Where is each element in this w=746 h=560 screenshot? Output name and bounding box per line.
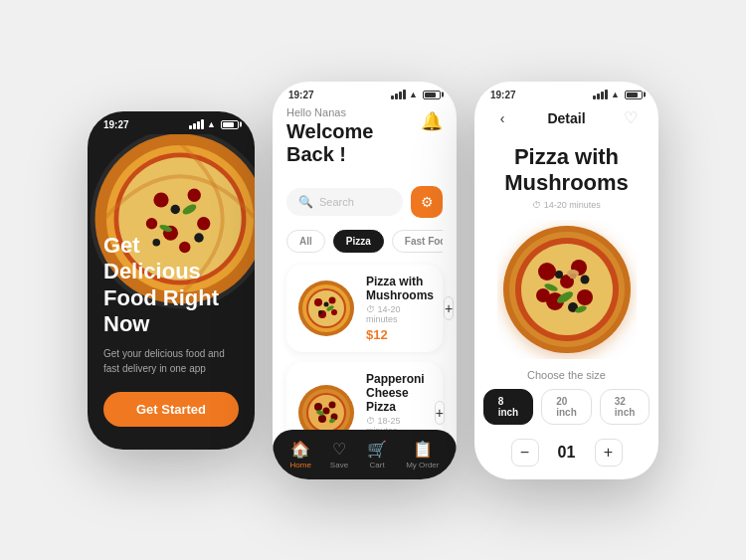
splash-title: Get Delicious Food Right Now	[103, 233, 239, 338]
welcome-text: Welcome Back !	[286, 120, 421, 166]
svg-point-25	[324, 301, 329, 306]
greeting-text: Hello Nanas	[286, 106, 421, 118]
search-bar: 🔍 Search ⚙	[286, 186, 443, 218]
pizza-detail-name: Pizza with Mushrooms	[488, 144, 645, 197]
svg-point-50	[555, 271, 563, 279]
favorite-button[interactable]: ♡	[617, 104, 645, 132]
nav-home-label: Home	[290, 461, 311, 469]
svg-point-6	[153, 192, 168, 207]
search-input[interactable]: 🔍 Search	[286, 188, 403, 216]
svg-point-26	[318, 310, 322, 314]
pizza-detail-time: ⏱ 14-20 minutes	[488, 200, 645, 210]
food-image-mushroom	[296, 279, 356, 338]
filter-icon: ⚙	[421, 194, 434, 210]
phone2-time: 19:27	[288, 90, 314, 100]
svg-point-32	[314, 403, 322, 411]
food-price-mushroom: $12	[366, 327, 434, 342]
size-20inch[interactable]: 20 inch	[541, 389, 592, 425]
category-all[interactable]: All	[286, 230, 325, 253]
phone3-time: 19:27	[490, 90, 516, 100]
phone-3-detail-screen: 19:27 ▲ ‹ Detail ♡ Piz	[474, 82, 658, 479]
svg-point-20	[308, 290, 344, 326]
nav-save-label: Save	[330, 461, 348, 469]
filter-button[interactable]: ⚙	[411, 186, 443, 218]
svg-point-24	[331, 309, 337, 315]
cart-icon: 🛒	[367, 440, 387, 459]
search-icon: 🔍	[298, 195, 313, 209]
home-icon: 🏠	[290, 440, 310, 459]
svg-point-42	[521, 244, 613, 335]
quantity-row: − 01 +	[488, 439, 645, 467]
nav-order-label: My Order	[406, 461, 439, 469]
pizza-detail-image	[497, 220, 637, 359]
size-8inch[interactable]: 8 inch	[483, 389, 534, 425]
food-time-mushroom: ⏱ 14-20 minutes	[366, 304, 434, 324]
svg-point-21	[314, 298, 322, 306]
phone-2-home-screen: 19:27 ▲ Hello Nanas Welcome Back !	[273, 82, 457, 479]
size-32inch[interactable]: 32 inch	[600, 389, 651, 425]
splash-subtitle: Get your delicious food and fast deliver…	[103, 346, 239, 376]
category-fastfood[interactable]: Fast Food	[392, 230, 443, 253]
search-placeholder-text: Search	[319, 196, 354, 208]
get-started-button[interactable]: Get Started	[103, 392, 239, 427]
notification-bell-icon[interactable]: 🔔	[421, 111, 443, 131]
svg-point-51	[580, 276, 589, 284]
quantity-increase-button[interactable]: +	[595, 439, 623, 467]
svg-rect-56	[570, 274, 576, 279]
nav-home[interactable]: 🏠 Home	[290, 440, 311, 469]
detail-title: Detail	[547, 110, 585, 126]
size-options: 8 inch 20 inch 32 inch	[488, 389, 645, 425]
nav-cart[interactable]: 🛒 Cart	[367, 440, 387, 469]
svg-point-7	[188, 188, 201, 201]
order-icon: 📋	[413, 440, 433, 459]
food-card-mushroom-pizza: Pizza with Mushrooms ⏱ 14-20 minutes $12…	[286, 265, 443, 352]
nav-save[interactable]: ♡ Save	[330, 440, 348, 469]
category-tabs: All Pizza Fast Food	[286, 230, 443, 253]
nav-myorder[interactable]: 📋 My Order	[406, 440, 439, 469]
food-name-mushroom: Pizza with Mushrooms	[366, 275, 434, 302]
save-icon: ♡	[332, 440, 346, 459]
svg-point-12	[171, 204, 181, 214]
svg-point-22	[329, 296, 336, 303]
quantity-decrease-button[interactable]: −	[511, 439, 539, 467]
svg-point-34	[318, 415, 326, 423]
size-label: Choose the size	[488, 369, 645, 381]
quantity-value: 01	[555, 444, 579, 462]
add-pepperoni-pizza-button[interactable]: +	[435, 401, 445, 425]
svg-point-33	[329, 401, 336, 408]
svg-point-46	[577, 289, 593, 305]
bottom-navigation: 🏠 Home ♡ Save 🛒 Cart 📋 My Order	[273, 430, 457, 479]
phone-1-splash-screen: 19:27 ▲	[88, 111, 255, 450]
svg-point-48	[536, 288, 550, 302]
category-pizza[interactable]: Pizza	[333, 230, 384, 253]
add-mushroom-pizza-button[interactable]: +	[444, 296, 454, 320]
food-info-mushroom: Pizza with Mushrooms ⏱ 14-20 minutes $12	[366, 275, 434, 342]
phone1-time: 19:27	[103, 119, 129, 130]
wifi-icon: ▲	[207, 119, 216, 129]
food-name-pepperoni: Papperoni Cheese Pizza	[366, 372, 425, 414]
nav-cart-label: Cart	[370, 461, 385, 469]
detail-header: ‹ Detail ♡	[488, 104, 645, 132]
svg-point-43	[538, 263, 556, 280]
back-button[interactable]: ‹	[488, 104, 516, 132]
